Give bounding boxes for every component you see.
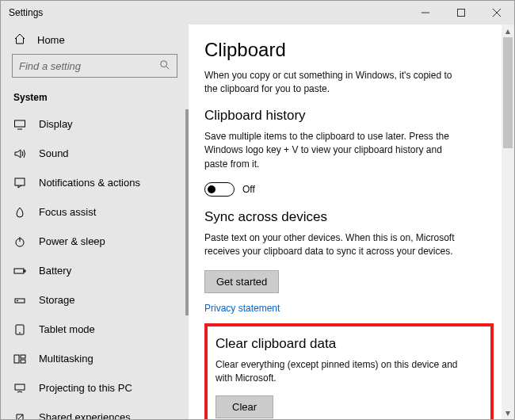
focus-assist-icon xyxy=(13,206,26,219)
sidebar-item-label: Shared experiences xyxy=(39,411,131,419)
search-icon xyxy=(159,59,170,73)
home-button[interactable]: Home xyxy=(1,25,189,54)
scroll-thumb[interactable] xyxy=(503,37,513,148)
svg-rect-11 xyxy=(14,269,24,273)
history-desc: Save multiple items to the clipboard to … xyxy=(204,130,466,171)
sidebar-item-label: Display xyxy=(39,118,73,130)
svg-rect-20 xyxy=(15,384,25,390)
home-label: Home xyxy=(37,34,65,46)
intro-text: When you copy or cut something in Window… xyxy=(204,69,466,97)
svg-rect-17 xyxy=(14,355,19,363)
clear-button[interactable]: Clear xyxy=(216,395,273,418)
search-input[interactable] xyxy=(12,54,177,78)
clear-section-highlight: Clear clipboard data Clear everything (e… xyxy=(204,323,494,419)
sidebar-item-sound[interactable]: Sound xyxy=(1,139,189,168)
sidebar-item-projecting[interactable]: Projecting to this PC xyxy=(1,373,189,403)
minimize-button[interactable] xyxy=(407,1,443,25)
storage-icon xyxy=(13,294,26,307)
sidebar-item-tablet[interactable]: Tablet mode xyxy=(1,315,189,344)
svg-rect-19 xyxy=(21,360,25,363)
maximize-button[interactable] xyxy=(443,1,479,25)
sidebar-item-label: Power & sleep xyxy=(39,235,105,247)
power-icon xyxy=(13,235,26,248)
sidebar-item-label: Multitasking xyxy=(39,353,93,365)
sidebar-item-multitasking[interactable]: Multitasking xyxy=(1,344,189,373)
main-panel: Clipboard When you copy or cut something… xyxy=(189,25,514,419)
sidebar-item-shared[interactable]: Shared experiences xyxy=(1,403,189,419)
scroll-up-icon[interactable]: ▴ xyxy=(502,25,514,37)
svg-rect-8 xyxy=(15,178,25,185)
svg-rect-1 xyxy=(457,10,464,17)
svg-point-4 xyxy=(161,60,167,67)
sync-heading: Sync across devices xyxy=(204,209,494,225)
home-icon xyxy=(13,32,26,48)
sidebar-item-label: Projecting to this PC xyxy=(39,382,132,394)
window-title: Settings xyxy=(1,7,407,18)
history-heading: Clipboard history xyxy=(204,108,494,124)
sidebar-item-label: Focus assist xyxy=(39,206,96,218)
svg-rect-12 xyxy=(24,270,25,272)
history-toggle-state: Off xyxy=(242,184,255,195)
category-heading: System xyxy=(1,84,189,109)
svg-rect-13 xyxy=(15,299,25,303)
history-toggle[interactable] xyxy=(204,182,235,197)
svg-rect-6 xyxy=(15,120,25,127)
sidebar-item-label: Tablet mode xyxy=(39,323,95,335)
tablet-icon xyxy=(13,323,26,336)
svg-point-14 xyxy=(17,300,17,300)
sync-desc: Paste text on your other devices. When t… xyxy=(204,231,466,259)
page-title: Clipboard xyxy=(204,39,494,61)
sidebar-item-label: Storage xyxy=(39,294,75,306)
sidebar-item-notifications[interactable]: Notifications & actions xyxy=(1,168,189,197)
notifications-icon xyxy=(13,177,26,189)
close-button[interactable] xyxy=(479,1,514,25)
get-started-button[interactable]: Get started xyxy=(204,270,279,293)
sound-icon xyxy=(13,147,26,160)
svg-rect-18 xyxy=(21,355,25,358)
sidebar: Home System Display Sound Notifications … xyxy=(1,25,189,419)
display-icon xyxy=(13,118,26,131)
main-scrollbar[interactable]: ▴ ▾ xyxy=(502,25,514,419)
sidebar-item-label: Notifications & actions xyxy=(39,177,140,189)
sidebar-item-battery[interactable]: Battery xyxy=(1,256,189,285)
sidebar-item-storage[interactable]: Storage xyxy=(1,285,189,315)
svg-line-5 xyxy=(166,66,170,69)
sidebar-nav: Display Sound Notifications & actions Fo… xyxy=(1,109,189,419)
sidebar-item-display[interactable]: Display xyxy=(1,109,189,139)
sidebar-item-power[interactable]: Power & sleep xyxy=(1,227,189,256)
clear-heading: Clear clipboard data xyxy=(216,336,483,352)
projecting-icon xyxy=(13,382,26,395)
sidebar-item-label: Sound xyxy=(39,147,69,159)
search-field[interactable] xyxy=(19,60,159,72)
clear-desc: Clear everything (except pinned items) o… xyxy=(216,358,477,386)
scroll-down-icon[interactable]: ▾ xyxy=(502,407,514,419)
sidebar-item-label: Battery xyxy=(39,265,71,277)
window-controls xyxy=(407,1,514,25)
privacy-link[interactable]: Privacy statement xyxy=(204,303,494,314)
shared-icon xyxy=(13,411,26,420)
multitasking-icon xyxy=(13,353,26,365)
titlebar: Settings xyxy=(1,1,514,25)
battery-icon xyxy=(13,265,26,277)
sidebar-item-focus-assist[interactable]: Focus assist xyxy=(1,197,189,227)
